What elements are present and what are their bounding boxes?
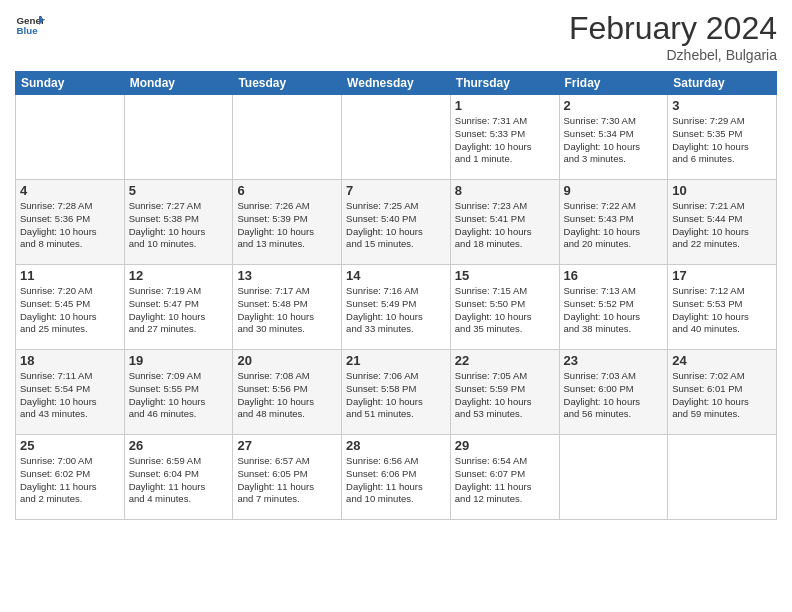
day-cell [668,435,777,520]
day-cell: 2Sunrise: 7:30 AM Sunset: 5:34 PM Daylig… [559,95,668,180]
col-saturday: Saturday [668,72,777,95]
day-info: Sunrise: 7:11 AM Sunset: 5:54 PM Dayligh… [20,370,120,421]
day-cell: 18Sunrise: 7:11 AM Sunset: 5:54 PM Dayli… [16,350,125,435]
week-row-4: 18Sunrise: 7:11 AM Sunset: 5:54 PM Dayli… [16,350,777,435]
day-info: Sunrise: 7:26 AM Sunset: 5:39 PM Dayligh… [237,200,337,251]
day-number: 8 [455,183,555,198]
day-cell [559,435,668,520]
month-title: February 2024 [569,10,777,47]
day-info: Sunrise: 7:25 AM Sunset: 5:40 PM Dayligh… [346,200,446,251]
day-number: 6 [237,183,337,198]
day-cell: 11Sunrise: 7:20 AM Sunset: 5:45 PM Dayli… [16,265,125,350]
logo-icon: General Blue [15,10,45,40]
day-number: 20 [237,353,337,368]
day-number: 25 [20,438,120,453]
col-sunday: Sunday [16,72,125,95]
day-info: Sunrise: 6:56 AM Sunset: 6:06 PM Dayligh… [346,455,446,506]
day-number: 1 [455,98,555,113]
day-cell [342,95,451,180]
day-cell: 1Sunrise: 7:31 AM Sunset: 5:33 PM Daylig… [450,95,559,180]
day-number: 15 [455,268,555,283]
day-number: 14 [346,268,446,283]
day-number: 3 [672,98,772,113]
day-number: 26 [129,438,229,453]
day-info: Sunrise: 6:54 AM Sunset: 6:07 PM Dayligh… [455,455,555,506]
col-monday: Monday [124,72,233,95]
day-info: Sunrise: 7:12 AM Sunset: 5:53 PM Dayligh… [672,285,772,336]
day-cell: 20Sunrise: 7:08 AM Sunset: 5:56 PM Dayli… [233,350,342,435]
header-row: Sunday Monday Tuesday Wednesday Thursday… [16,72,777,95]
day-cell: 29Sunrise: 6:54 AM Sunset: 6:07 PM Dayli… [450,435,559,520]
col-tuesday: Tuesday [233,72,342,95]
week-row-1: 1Sunrise: 7:31 AM Sunset: 5:33 PM Daylig… [16,95,777,180]
day-info: Sunrise: 6:59 AM Sunset: 6:04 PM Dayligh… [129,455,229,506]
day-number: 27 [237,438,337,453]
day-cell: 3Sunrise: 7:29 AM Sunset: 5:35 PM Daylig… [668,95,777,180]
day-number: 10 [672,183,772,198]
day-cell: 27Sunrise: 6:57 AM Sunset: 6:05 PM Dayli… [233,435,342,520]
day-cell: 7Sunrise: 7:25 AM Sunset: 5:40 PM Daylig… [342,180,451,265]
day-cell: 21Sunrise: 7:06 AM Sunset: 5:58 PM Dayli… [342,350,451,435]
day-info: Sunrise: 7:28 AM Sunset: 5:36 PM Dayligh… [20,200,120,251]
col-thursday: Thursday [450,72,559,95]
day-info: Sunrise: 7:29 AM Sunset: 5:35 PM Dayligh… [672,115,772,166]
day-cell: 28Sunrise: 6:56 AM Sunset: 6:06 PM Dayli… [342,435,451,520]
day-cell: 23Sunrise: 7:03 AM Sunset: 6:00 PM Dayli… [559,350,668,435]
day-info: Sunrise: 7:13 AM Sunset: 5:52 PM Dayligh… [564,285,664,336]
day-number: 2 [564,98,664,113]
day-info: Sunrise: 7:03 AM Sunset: 6:00 PM Dayligh… [564,370,664,421]
day-cell [16,95,125,180]
day-cell: 14Sunrise: 7:16 AM Sunset: 5:49 PM Dayli… [342,265,451,350]
day-cell: 10Sunrise: 7:21 AM Sunset: 5:44 PM Dayli… [668,180,777,265]
day-number: 13 [237,268,337,283]
title-block: February 2024 Dzhebel, Bulgaria [569,10,777,63]
day-cell: 9Sunrise: 7:22 AM Sunset: 5:43 PM Daylig… [559,180,668,265]
day-cell: 8Sunrise: 7:23 AM Sunset: 5:41 PM Daylig… [450,180,559,265]
week-row-5: 25Sunrise: 7:00 AM Sunset: 6:02 PM Dayli… [16,435,777,520]
day-info: Sunrise: 7:31 AM Sunset: 5:33 PM Dayligh… [455,115,555,166]
svg-text:Blue: Blue [17,25,39,36]
day-info: Sunrise: 7:17 AM Sunset: 5:48 PM Dayligh… [237,285,337,336]
day-info: Sunrise: 7:09 AM Sunset: 5:55 PM Dayligh… [129,370,229,421]
day-info: Sunrise: 7:06 AM Sunset: 5:58 PM Dayligh… [346,370,446,421]
day-number: 23 [564,353,664,368]
day-cell: 15Sunrise: 7:15 AM Sunset: 5:50 PM Dayli… [450,265,559,350]
day-number: 16 [564,268,664,283]
day-number: 12 [129,268,229,283]
day-info: Sunrise: 7:05 AM Sunset: 5:59 PM Dayligh… [455,370,555,421]
day-number: 5 [129,183,229,198]
page-container: General Blue February 2024 Dzhebel, Bulg… [0,0,792,525]
location-subtitle: Dzhebel, Bulgaria [569,47,777,63]
day-cell: 25Sunrise: 7:00 AM Sunset: 6:02 PM Dayli… [16,435,125,520]
day-info: Sunrise: 7:15 AM Sunset: 5:50 PM Dayligh… [455,285,555,336]
day-info: Sunrise: 7:00 AM Sunset: 6:02 PM Dayligh… [20,455,120,506]
week-row-3: 11Sunrise: 7:20 AM Sunset: 5:45 PM Dayli… [16,265,777,350]
day-number: 17 [672,268,772,283]
day-number: 7 [346,183,446,198]
col-friday: Friday [559,72,668,95]
week-row-2: 4Sunrise: 7:28 AM Sunset: 5:36 PM Daylig… [16,180,777,265]
day-cell: 16Sunrise: 7:13 AM Sunset: 5:52 PM Dayli… [559,265,668,350]
day-number: 9 [564,183,664,198]
day-number: 24 [672,353,772,368]
day-info: Sunrise: 7:19 AM Sunset: 5:47 PM Dayligh… [129,285,229,336]
day-info: Sunrise: 7:22 AM Sunset: 5:43 PM Dayligh… [564,200,664,251]
day-info: Sunrise: 7:27 AM Sunset: 5:38 PM Dayligh… [129,200,229,251]
day-cell: 5Sunrise: 7:27 AM Sunset: 5:38 PM Daylig… [124,180,233,265]
day-cell: 19Sunrise: 7:09 AM Sunset: 5:55 PM Dayli… [124,350,233,435]
day-info: Sunrise: 7:21 AM Sunset: 5:44 PM Dayligh… [672,200,772,251]
day-info: Sunrise: 7:20 AM Sunset: 5:45 PM Dayligh… [20,285,120,336]
day-number: 28 [346,438,446,453]
day-info: Sunrise: 7:30 AM Sunset: 5:34 PM Dayligh… [564,115,664,166]
day-info: Sunrise: 7:16 AM Sunset: 5:49 PM Dayligh… [346,285,446,336]
day-cell: 4Sunrise: 7:28 AM Sunset: 5:36 PM Daylig… [16,180,125,265]
col-wednesday: Wednesday [342,72,451,95]
day-number: 22 [455,353,555,368]
day-number: 11 [20,268,120,283]
day-number: 19 [129,353,229,368]
day-cell: 17Sunrise: 7:12 AM Sunset: 5:53 PM Dayli… [668,265,777,350]
day-number: 29 [455,438,555,453]
day-cell [124,95,233,180]
calendar-table: Sunday Monday Tuesday Wednesday Thursday… [15,71,777,520]
day-cell [233,95,342,180]
